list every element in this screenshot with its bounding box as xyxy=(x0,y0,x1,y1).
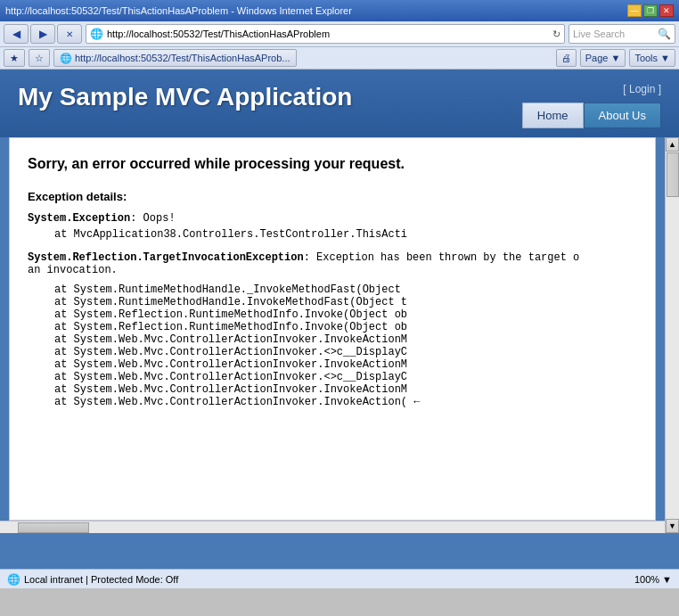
refresh-icon[interactable]: ↻ xyxy=(552,29,560,40)
scroll-thumb[interactable] xyxy=(667,152,679,197)
window-frame: http://localhost:50532/Test/ThisActionHa… xyxy=(0,0,679,588)
search-icon[interactable]: 🔍 xyxy=(658,28,671,40)
tools-label: Tools ▼ xyxy=(634,53,670,63)
stack-trace-line1: at MvcApplication38.Controllers.TestCont… xyxy=(54,228,637,241)
status-right: 100% ▼ xyxy=(634,574,672,585)
fav-address-icon: 🌐 xyxy=(60,53,72,64)
window-title: http://localhost:50532/Test/ThisActionHa… xyxy=(5,5,352,16)
printer-icon: 🖨 xyxy=(561,53,571,63)
exception-type: System.Exception xyxy=(28,212,130,225)
inner-exception-suffix: an invocation. xyxy=(28,264,637,276)
minimize-button[interactable]: — xyxy=(627,4,642,17)
star-icon: ★ xyxy=(10,53,19,64)
stop-button[interactable]: ✕ xyxy=(57,24,82,44)
status-text: Local intranet | Protected Mode: Off xyxy=(24,574,178,585)
scroll-up-button[interactable]: ▲ xyxy=(666,137,679,152)
favorites-toolbar: ★ ☆ 🌐 http://localhost:50532/Test/ThisAc… xyxy=(0,47,679,70)
stack-line-7: at System.Web.Mvc.ControllerActionInvoke… xyxy=(54,371,637,383)
status-globe-icon: 🌐 xyxy=(7,573,20,586)
stack-line-0: at System.RuntimeMethodHandle._InvokeMet… xyxy=(54,283,637,296)
app-title: My Sample MVC Application xyxy=(18,83,352,111)
address-icon: 🌐 xyxy=(90,28,103,40)
status-bar: 🌐 Local intranet | Protected Mode: Off 1… xyxy=(0,569,679,588)
app-header: My Sample MVC Application [ Login ] Home… xyxy=(0,70,679,137)
star2-icon: ☆ xyxy=(35,53,44,64)
nav-about-us[interactable]: About Us xyxy=(584,103,661,128)
title-bar: http://localhost:50532/Test/ThisActionHa… xyxy=(0,0,679,21)
horizontal-scrollbar[interactable] xyxy=(0,521,665,533)
login-link[interactable]: [ Login ] xyxy=(623,83,661,95)
nav-buttons: ◀ ▶ ✕ xyxy=(4,24,82,44)
close-button[interactable]: ✕ xyxy=(659,4,674,17)
stack-line-4: at System.Web.Mvc.ControllerActionInvoke… xyxy=(54,333,637,346)
h-scroll-thumb[interactable] xyxy=(18,522,89,533)
inner-exception-message: : Exception has been thrown by the targe… xyxy=(304,251,580,264)
scroll-track[interactable] xyxy=(666,152,679,519)
inner-exception-type: System.Reflection.TargetInvocationExcept… xyxy=(28,251,304,264)
vertical-scrollbar[interactable]: ▲ ▼ xyxy=(665,137,679,533)
app-outer: My Sample MVC Application [ Login ] Home… xyxy=(0,70,679,569)
nav-toolbar: ◀ ▶ ✕ 🌐 http://localhost:50532/Test/This… xyxy=(0,21,679,47)
address-text[interactable]: http://localhost:50532/Test/ThisActionHa… xyxy=(107,29,549,39)
stack-traces: at System.RuntimeMethodHandle._InvokeMet… xyxy=(28,283,637,408)
forward-button[interactable]: ▶ xyxy=(30,24,55,44)
restore-button[interactable]: ❐ xyxy=(643,4,658,17)
error-heading: Sorry, an error occurred while processin… xyxy=(28,156,637,172)
nav-home[interactable]: Home xyxy=(522,103,584,128)
main-content: Sorry, an error occurred while processin… xyxy=(9,137,656,521)
stack-line-3: at System.Reflection.RuntimeMethodInfo.I… xyxy=(54,321,637,333)
exception-content: System.Exception: Oops! at MvcApplicatio… xyxy=(28,212,637,408)
stack-line-1: at System.RuntimeMethodHandle.InvokeMeth… xyxy=(54,296,637,308)
stack-line-5: at System.Web.Mvc.ControllerActionInvoke… xyxy=(54,346,637,358)
tools-button[interactable]: Tools ▼ xyxy=(629,49,675,67)
content-wrapper: Sorry, an error occurred while processin… xyxy=(0,137,679,533)
search-placeholder[interactable]: Live Search xyxy=(573,29,654,39)
nav-menu: Home About Us xyxy=(522,103,661,128)
stack-line-6: at System.Web.Mvc.ControllerActionInvoke… xyxy=(54,358,637,371)
fav-address-text: http://localhost:50532/Test/ThisActionHa… xyxy=(75,53,290,63)
exception-message: : Oops! xyxy=(130,212,175,225)
zoom-level[interactable]: 100% ▼ xyxy=(634,574,672,585)
window-controls: — ❐ ✕ xyxy=(627,4,674,17)
page-button[interactable]: Page ▼ xyxy=(580,49,626,67)
exception-line: System.Exception: Oops! xyxy=(28,212,637,225)
search-bar: Live Search 🔍 xyxy=(569,24,675,44)
scroll-content: Sorry, an error occurred while processin… xyxy=(0,137,665,533)
exception-details-label: Exception details: xyxy=(28,190,637,203)
printer-button[interactable]: 🖨 xyxy=(556,49,577,67)
stack-line-9: at System.Web.Mvc.ControllerActionInvoke… xyxy=(54,396,637,408)
stack-line-2: at System.Reflection.RuntimeMethodInfo.I… xyxy=(54,308,637,321)
page-label: Page ▼ xyxy=(585,53,621,63)
back-button[interactable]: ◀ xyxy=(4,24,29,44)
favorites-star2[interactable]: ☆ xyxy=(29,49,50,67)
favorites-bar: ★ ☆ 🌐 http://localhost:50532/Test/ThisAc… xyxy=(4,49,297,67)
stack-line-8: at System.Web.Mvc.ControllerActionInvoke… xyxy=(54,383,637,396)
toolbar-right-tools: 🖨 Page ▼ Tools ▼ xyxy=(556,49,675,67)
status-left: 🌐 Local intranet | Protected Mode: Off xyxy=(7,573,178,586)
scroll-down-button[interactable]: ▼ xyxy=(666,519,679,533)
fav-address-link[interactable]: 🌐 http://localhost:50532/Test/ThisAction… xyxy=(53,49,297,67)
address-bar: 🌐 http://localhost:50532/Test/ThisAction… xyxy=(86,24,565,44)
inner-exception: System.Reflection.TargetInvocationExcept… xyxy=(28,251,637,264)
favorites-star1[interactable]: ★ xyxy=(4,49,25,67)
header-right: [ Login ] Home About Us xyxy=(522,83,661,128)
